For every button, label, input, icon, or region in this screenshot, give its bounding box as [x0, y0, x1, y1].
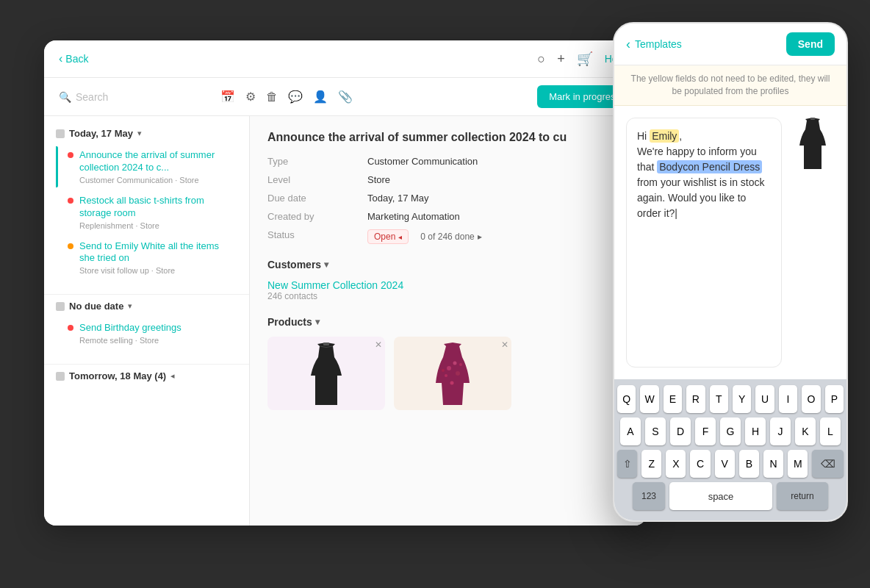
key-C[interactable]: C: [690, 450, 710, 478]
key-Z[interactable]: Z: [641, 450, 661, 478]
main-content: Today, 17 May ▾ Announce the arrival of …: [44, 116, 647, 526]
message-line3: from your wishlist is in stock again. Wo…: [637, 176, 764, 219]
task-title: Announce the arrival of summer collectio…: [79, 149, 226, 174]
key-O[interactable]: O: [802, 385, 820, 413]
products-section: Products ▾ ✕: [267, 316, 629, 410]
type-value: Customer Communication: [367, 156, 629, 167]
key-D[interactable]: D: [670, 417, 691, 445]
status-label: Status: [267, 229, 356, 244]
key-V[interactable]: V: [715, 450, 735, 478]
delete-key[interactable]: ⌫: [812, 450, 844, 478]
info-text: The yellow fields do not need to be edit…: [631, 74, 830, 96]
key-W[interactable]: W: [640, 385, 658, 413]
right-panel: Announce the arrival of summer collectio…: [250, 116, 647, 526]
key-Q[interactable]: Q: [617, 385, 636, 413]
no-due-chevron-icon: ▾: [128, 301, 132, 311]
today-chevron-icon: ▾: [137, 129, 142, 138]
key-B[interactable]: B: [739, 450, 759, 478]
task-item[interactable]: Send to Emily White all the items she tr…: [56, 237, 237, 279]
filter-icon[interactable]: ⚙: [245, 90, 256, 104]
status-row: Open ◂ 0 of 246 done ▸: [367, 229, 629, 244]
task-item[interactable]: Send Birthday greetings Remote selling ·…: [56, 319, 237, 348]
info-grid: Type Customer Communication Level Store …: [267, 156, 629, 244]
back-label: Back: [65, 53, 88, 65]
products-section-header: Products ▾: [267, 316, 629, 328]
task-item[interactable]: Restock all basic t-shirts from storage …: [56, 192, 237, 233]
key-F[interactable]: F: [695, 417, 716, 445]
svg-rect-0: [323, 343, 329, 345]
tomorrow-date-icon: [56, 372, 65, 381]
done-text: 0 of 246 done: [420, 232, 474, 242]
plus-icon[interactable]: +: [557, 51, 565, 67]
paperclip-icon[interactable]: 📎: [338, 90, 353, 104]
key-M[interactable]: M: [788, 450, 808, 478]
floral-dress-svg: [433, 343, 473, 405]
task-dot-red: [68, 325, 73, 331]
svg-point-5: [450, 381, 453, 384]
today-header: Today, 17 May ▾: [56, 128, 237, 139]
key-X[interactable]: X: [666, 450, 686, 478]
no-due-header: No due date ▾: [56, 301, 237, 312]
svg-point-3: [445, 374, 447, 377]
key-U[interactable]: U: [755, 385, 774, 413]
status-left-arrow: ◂: [398, 233, 402, 241]
task-title: Send to Emily White all the items she tr…: [79, 240, 226, 265]
return-key[interactable]: return: [777, 482, 828, 510]
phone-header: ‹ Templates Send: [614, 24, 846, 65]
key-T[interactable]: T: [710, 385, 728, 413]
product-close-2[interactable]: ✕: [501, 340, 508, 350]
send-button[interactable]: Send: [786, 32, 835, 56]
shift-key[interactable]: ⇧: [617, 450, 637, 478]
key-A[interactable]: A: [620, 417, 641, 445]
task-content: Send Birthday greetings Remote selling ·…: [79, 322, 181, 345]
task-meta: Store visit follow up · Store: [79, 266, 226, 275]
key-P[interactable]: P: [825, 385, 844, 413]
no-due-date-title: No due date: [69, 301, 123, 312]
key-E[interactable]: E: [664, 385, 682, 413]
person-icon[interactable]: 👤: [313, 90, 328, 104]
key-N[interactable]: N: [763, 450, 783, 478]
message-greeting: Hi: [637, 130, 650, 142]
toolbar-icons: 📅 ⚙ 🗑 💬 👤 📎: [220, 90, 353, 104]
cart-icon[interactable]: 🛒: [577, 51, 593, 67]
chat-icon[interactable]: 💬: [288, 90, 303, 104]
tomorrow-section: Tomorrow, 18 May (4) ◂: [44, 370, 249, 395]
key-I[interactable]: I: [779, 385, 797, 413]
task-item[interactable]: Announce the arrival of summer collectio…: [56, 146, 237, 187]
key-K[interactable]: K: [795, 417, 816, 445]
task-content: Restock all basic t-shirts from storage …: [79, 195, 226, 230]
products-chevron-icon[interactable]: ▾: [315, 317, 320, 327]
calendar-icon[interactable]: 📅: [220, 90, 235, 104]
templates-back-button[interactable]: ‹ Templates: [626, 37, 682, 52]
message-name: Emily: [650, 129, 679, 143]
contacts-count: 246 contacts: [267, 291, 629, 301]
numbers-key[interactable]: 123: [633, 482, 665, 510]
sidebar: Today, 17 May ▾ Announce the arrival of …: [44, 116, 250, 526]
task-dot-red: [68, 198, 73, 204]
customers-chevron-icon[interactable]: ▾: [324, 259, 328, 270]
key-H[interactable]: H: [745, 417, 766, 445]
key-Y[interactable]: Y: [733, 385, 751, 413]
status-badge: Open ◂: [367, 229, 409, 244]
key-G[interactable]: G: [720, 417, 741, 445]
key-J[interactable]: J: [770, 417, 791, 445]
key-S[interactable]: S: [645, 417, 666, 445]
task-meta: Customer Communication · Store: [79, 176, 226, 184]
back-chevron-icon: ‹: [59, 52, 62, 65]
trash-icon[interactable]: 🗑: [266, 90, 278, 104]
message-bubble[interactable]: Hi Emily, We're happy to inform you that…: [626, 118, 782, 368]
svg-point-2: [453, 361, 456, 365]
keyboard-row-3: ⇧ Z X C V B N M ⌫: [617, 450, 844, 478]
task-meta: Remote selling · Store: [79, 336, 181, 345]
due-date-label: Due date: [267, 193, 356, 204]
info-bar: The yellow fields do not need to be edit…: [614, 65, 846, 106]
customers-link[interactable]: New Summer Collection 2024: [267, 279, 629, 291]
product-close-1[interactable]: ✕: [375, 340, 382, 350]
task-content: Send to Emily White all the items she tr…: [79, 240, 226, 276]
key-L[interactable]: L: [820, 417, 841, 445]
search-placeholder[interactable]: Search: [76, 91, 108, 103]
back-button[interactable]: ‹ Back: [59, 52, 88, 65]
space-key[interactable]: space: [669, 482, 772, 510]
bell-icon[interactable]: ○: [537, 51, 545, 67]
key-R[interactable]: R: [686, 385, 705, 413]
